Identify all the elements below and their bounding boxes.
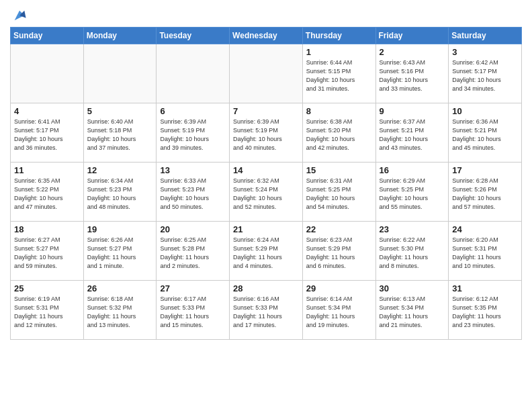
header [10, 7, 522, 23]
day-number: 14 [233, 165, 299, 175]
calendar-cell: 9Sunrise: 6:37 AM Sunset: 5:21 PM Daylig… [375, 103, 449, 163]
day-info: Sunrise: 6:40 AM Sunset: 5:18 PM Dayligh… [87, 118, 153, 152]
day-number: 6 [160, 106, 226, 116]
calendar-week-4: 25Sunrise: 6:19 AM Sunset: 5:31 PM Dayli… [11, 281, 522, 340]
day-info: Sunrise: 6:36 AM Sunset: 5:21 PM Dayligh… [452, 118, 518, 152]
calendar-cell: 2Sunrise: 6:43 AM Sunset: 5:16 PM Daylig… [375, 44, 449, 103]
day-info: Sunrise: 6:14 AM Sunset: 5:34 PM Dayligh… [306, 295, 372, 330]
calendar-cell: 30Sunrise: 6:13 AM Sunset: 5:34 PM Dayli… [375, 281, 449, 340]
day-info: Sunrise: 6:41 AM Sunset: 5:17 PM Dayligh… [14, 118, 80, 152]
calendar-cell: 27Sunrise: 6:17 AM Sunset: 5:33 PM Dayli… [157, 281, 230, 340]
day-info: Sunrise: 6:18 AM Sunset: 5:32 PM Dayligh… [87, 295, 153, 330]
day-info: Sunrise: 6:42 AM Sunset: 5:17 PM Dayligh… [452, 58, 518, 93]
calendar-cell [83, 44, 157, 103]
calendar-cell: 21Sunrise: 6:24 AM Sunset: 5:29 PM Dayli… [230, 222, 303, 281]
calendar-cell: 26Sunrise: 6:18 AM Sunset: 5:32 PM Dayli… [83, 281, 157, 340]
calendar-cell: 22Sunrise: 6:23 AM Sunset: 5:29 PM Dayli… [302, 222, 375, 281]
day-number: 12 [87, 165, 153, 175]
calendar-cell: 16Sunrise: 6:29 AM Sunset: 5:25 PM Dayli… [375, 163, 449, 222]
calendar-cell: 15Sunrise: 6:31 AM Sunset: 5:25 PM Dayli… [302, 163, 375, 222]
weekday-header-friday: Friday [375, 28, 449, 44]
day-info: Sunrise: 6:31 AM Sunset: 5:25 PM Dayligh… [306, 177, 372, 212]
calendar-cell: 3Sunrise: 6:42 AM Sunset: 5:17 PM Daylig… [449, 44, 522, 103]
day-info: Sunrise: 6:32 AM Sunset: 5:24 PM Dayligh… [233, 177, 299, 212]
day-info: Sunrise: 6:17 AM Sunset: 5:33 PM Dayligh… [160, 295, 226, 330]
calendar-cell [157, 44, 230, 103]
calendar-cell: 17Sunrise: 6:28 AM Sunset: 5:26 PM Dayli… [449, 163, 522, 222]
day-number: 17 [452, 165, 518, 175]
weekday-header-tuesday: Tuesday [157, 28, 230, 44]
day-info: Sunrise: 6:34 AM Sunset: 5:23 PM Dayligh… [87, 177, 153, 212]
day-info: Sunrise: 6:28 AM Sunset: 5:26 PM Dayligh… [452, 177, 518, 212]
calendar-week-0: 1Sunrise: 6:44 AM Sunset: 5:15 PM Daylig… [11, 44, 522, 103]
day-info: Sunrise: 6:23 AM Sunset: 5:29 PM Dayligh… [306, 236, 372, 271]
day-info: Sunrise: 6:22 AM Sunset: 5:30 PM Dayligh… [380, 236, 445, 271]
day-info: Sunrise: 6:29 AM Sunset: 5:25 PM Dayligh… [380, 177, 445, 212]
day-number: 2 [380, 47, 445, 57]
calendar-week-1: 4Sunrise: 6:41 AM Sunset: 5:17 PM Daylig… [11, 103, 522, 163]
calendar-cell: 12Sunrise: 6:34 AM Sunset: 5:23 PM Dayli… [83, 163, 157, 222]
day-info: Sunrise: 6:33 AM Sunset: 5:23 PM Dayligh… [160, 177, 226, 212]
day-info: Sunrise: 6:13 AM Sunset: 5:34 PM Dayligh… [380, 295, 445, 330]
calendar-cell: 23Sunrise: 6:22 AM Sunset: 5:30 PM Dayli… [375, 222, 449, 281]
calendar-cell: 18Sunrise: 6:27 AM Sunset: 5:27 PM Dayli… [11, 222, 84, 281]
day-info: Sunrise: 6:39 AM Sunset: 5:19 PM Dayligh… [160, 118, 226, 152]
calendar-cell: 29Sunrise: 6:14 AM Sunset: 5:34 PM Dayli… [302, 281, 375, 340]
calendar-cell: 20Sunrise: 6:25 AM Sunset: 5:28 PM Dayli… [157, 222, 230, 281]
calendar-cell: 14Sunrise: 6:32 AM Sunset: 5:24 PM Dayli… [230, 163, 303, 222]
day-number: 9 [380, 106, 445, 116]
day-number: 21 [233, 224, 299, 234]
calendar-cell: 6Sunrise: 6:39 AM Sunset: 5:19 PM Daylig… [157, 103, 230, 163]
logo [10, 9, 27, 23]
header-row: SundayMondayTuesdayWednesdayThursdayFrid… [11, 28, 522, 44]
weekday-header-wednesday: Wednesday [230, 28, 303, 44]
day-number: 30 [380, 283, 445, 293]
day-info: Sunrise: 6:12 AM Sunset: 5:35 PM Dayligh… [452, 295, 518, 330]
day-number: 11 [14, 165, 80, 175]
day-info: Sunrise: 6:44 AM Sunset: 5:15 PM Dayligh… [306, 58, 372, 93]
day-info: Sunrise: 6:19 AM Sunset: 5:31 PM Dayligh… [14, 295, 80, 330]
calendar-cell: 8Sunrise: 6:38 AM Sunset: 5:20 PM Daylig… [302, 103, 375, 163]
day-info: Sunrise: 6:35 AM Sunset: 5:22 PM Dayligh… [14, 177, 80, 212]
calendar-cell: 31Sunrise: 6:12 AM Sunset: 5:35 PM Dayli… [449, 281, 522, 340]
day-number: 16 [380, 165, 445, 175]
day-number: 24 [452, 224, 518, 234]
day-number: 4 [14, 106, 80, 116]
day-info: Sunrise: 6:43 AM Sunset: 5:16 PM Dayligh… [380, 58, 445, 93]
calendar-cell: 25Sunrise: 6:19 AM Sunset: 5:31 PM Dayli… [11, 281, 84, 340]
calendar-page: SundayMondayTuesdayWednesdayThursdayFrid… [0, 0, 532, 350]
day-number: 15 [306, 165, 372, 175]
day-number: 28 [233, 283, 299, 293]
calendar-cell: 4Sunrise: 6:41 AM Sunset: 5:17 PM Daylig… [11, 103, 84, 163]
weekday-header-monday: Monday [83, 28, 157, 44]
calendar-cell [11, 44, 84, 103]
day-info: Sunrise: 6:20 AM Sunset: 5:31 PM Dayligh… [452, 236, 518, 271]
day-info: Sunrise: 6:24 AM Sunset: 5:29 PM Dayligh… [233, 236, 299, 271]
day-info: Sunrise: 6:16 AM Sunset: 5:33 PM Dayligh… [233, 295, 299, 330]
day-number: 20 [160, 224, 226, 234]
day-number: 29 [306, 283, 372, 293]
day-number: 13 [160, 165, 226, 175]
calendar-cell: 28Sunrise: 6:16 AM Sunset: 5:33 PM Dayli… [230, 281, 303, 340]
day-number: 25 [14, 283, 80, 293]
day-number: 5 [87, 106, 153, 116]
calendar-cell: 19Sunrise: 6:26 AM Sunset: 5:27 PM Dayli… [83, 222, 157, 281]
calendar-cell: 1Sunrise: 6:44 AM Sunset: 5:15 PM Daylig… [302, 44, 375, 103]
calendar-cell: 13Sunrise: 6:33 AM Sunset: 5:23 PM Dayli… [157, 163, 230, 222]
calendar-cell: 5Sunrise: 6:40 AM Sunset: 5:18 PM Daylig… [83, 103, 157, 163]
day-number: 3 [452, 47, 518, 57]
calendar-cell: 7Sunrise: 6:39 AM Sunset: 5:19 PM Daylig… [230, 103, 303, 163]
day-number: 19 [87, 224, 153, 234]
weekday-header-saturday: Saturday [449, 28, 522, 44]
day-info: Sunrise: 6:38 AM Sunset: 5:20 PM Dayligh… [306, 118, 372, 152]
logo-icon [12, 8, 27, 23]
day-info: Sunrise: 6:25 AM Sunset: 5:28 PM Dayligh… [160, 236, 226, 271]
day-number: 23 [380, 224, 445, 234]
calendar-week-2: 11Sunrise: 6:35 AM Sunset: 5:22 PM Dayli… [11, 163, 522, 222]
day-info: Sunrise: 6:39 AM Sunset: 5:19 PM Dayligh… [233, 118, 299, 152]
day-info: Sunrise: 6:37 AM Sunset: 5:21 PM Dayligh… [380, 118, 445, 152]
weekday-header-sunday: Sunday [11, 28, 84, 44]
calendar-week-3: 18Sunrise: 6:27 AM Sunset: 5:27 PM Dayli… [11, 222, 522, 281]
day-number: 26 [87, 283, 153, 293]
day-info: Sunrise: 6:26 AM Sunset: 5:27 PM Dayligh… [87, 236, 153, 271]
